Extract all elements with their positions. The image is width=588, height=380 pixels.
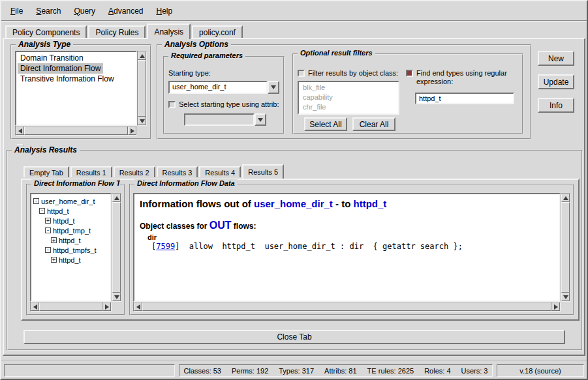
scrollbar-thumb[interactable] <box>39 302 102 311</box>
scrollbar-trough[interactable] <box>142 302 551 311</box>
analysis-type-panel: Analysis Type Domain Transition Direct I… <box>10 44 151 139</box>
tree-node[interactable]: +httpd_t <box>32 216 110 226</box>
scroll-left-button[interactable] <box>134 302 142 311</box>
new-button[interactable]: New <box>538 51 574 66</box>
select-all-button[interactable]: Select All <box>304 117 347 131</box>
scroll-right-button[interactable] <box>551 302 560 311</box>
tree-node-label[interactable]: httpd_tmpfs_t <box>53 246 97 254</box>
tree-node-label[interactable]: httpd_t <box>59 256 81 264</box>
regex-input[interactable] <box>415 93 514 104</box>
tree-node[interactable]: -httpd_tmpfs_t <box>32 245 110 255</box>
scroll-up-button[interactable] <box>138 51 146 60</box>
scroll-down-button[interactable] <box>561 293 570 301</box>
tree-node[interactable]: +httpd_t <box>32 255 110 265</box>
analysis-results-panel: Analysis Results Empty Tab Results 1 Res… <box>7 150 583 351</box>
tab-results-2[interactable]: Results 2 <box>114 166 155 177</box>
tree-expander-icon[interactable]: + <box>51 257 57 263</box>
scroll-down-button[interactable] <box>112 293 121 301</box>
list-item[interactable]: Domain Transition <box>18 53 86 63</box>
flow-data-text[interactable]: Information flows out of user_home_dir_t… <box>133 193 561 302</box>
attrib-combobox[interactable] <box>184 113 266 126</box>
info-button[interactable]: Info <box>538 98 574 113</box>
close-tab-button[interactable]: Close Tab <box>23 330 565 344</box>
list-item-selected[interactable]: Direct Information Flow <box>18 63 103 74</box>
vertical-scrollbar[interactable] <box>112 193 121 302</box>
tree-node[interactable]: -user_home_dir_t <box>32 196 110 206</box>
starting-type-combobox[interactable]: user_home_dir_t <box>168 81 279 94</box>
rule-number-link[interactable]: 7599 <box>156 242 175 251</box>
tab-results-1[interactable]: Results 1 <box>70 166 112 177</box>
scrollbar-corner <box>137 126 147 136</box>
scroll-left-button[interactable] <box>16 126 24 135</box>
scrollbar-thumb[interactable] <box>112 202 121 293</box>
list-item[interactable]: capability <box>300 93 335 102</box>
menu-search[interactable]: Search <box>29 4 67 18</box>
scroll-left-button[interactable] <box>31 302 39 311</box>
tree-node-label[interactable]: httpd_t <box>59 237 81 244</box>
tab-results-5[interactable]: Results 5 <box>242 164 284 179</box>
flow-heading: Information flows out of user_home_dir_t… <box>140 198 554 209</box>
tree-node-label[interactable]: httpd_t <box>47 207 69 215</box>
menu-query[interactable]: Query <box>67 4 102 18</box>
vertical-scrollbar[interactable] <box>137 51 147 126</box>
object-class-listbox[interactable]: blk_file capability chr_file <box>298 81 399 115</box>
scrollbar-trough[interactable] <box>138 60 146 117</box>
menu-advanced[interactable]: Advanced <box>102 4 149 18</box>
tab-analysis[interactable]: Analysis <box>147 23 191 39</box>
tree-node[interactable]: -httpd_tmp_t <box>32 226 110 235</box>
tab-policy-conf[interactable]: policy.conf <box>192 25 243 38</box>
attrib-checkbox-label: Select starting type using attrib: <box>179 100 279 109</box>
analysis-type-listbox[interactable]: Domain Transition Direct Information Flo… <box>15 51 137 126</box>
scroll-right-button[interactable] <box>102 302 111 311</box>
scrollbar-trough[interactable] <box>39 302 102 311</box>
horizontal-scrollbar[interactable] <box>133 302 561 312</box>
arrow-right-icon <box>131 128 134 134</box>
tree-expander-icon[interactable]: - <box>39 208 45 214</box>
horizontal-scrollbar[interactable] <box>30 302 112 312</box>
tree-node-label[interactable]: user_home_dir_t <box>41 197 95 205</box>
clear-all-button[interactable]: Clear All <box>352 117 395 131</box>
menu-help[interactable]: Help <box>149 4 179 18</box>
starting-type-dropdown-button[interactable] <box>268 81 279 94</box>
list-item[interactable]: Transitive Information Flow <box>18 74 117 84</box>
filter-by-class-checkbox[interactable]: Filter results by object class: <box>298 69 406 78</box>
scrollbar-thumb[interactable] <box>24 126 128 135</box>
stat-roles: Roles: 4 <box>424 367 450 375</box>
scroll-up-button[interactable] <box>112 194 121 202</box>
list-item[interactable]: blk_file <box>300 83 328 93</box>
tree-expander-icon[interactable]: + <box>45 218 51 224</box>
scroll-right-button[interactable] <box>128 126 136 135</box>
scrollbar-trough[interactable] <box>561 202 570 293</box>
horizontal-scrollbar[interactable] <box>15 126 137 136</box>
tree-node-label[interactable]: httpd_tmp_t <box>53 227 91 235</box>
tree-expander-icon[interactable]: - <box>45 227 51 233</box>
update-button[interactable]: Update <box>538 74 574 89</box>
menu-file[interactable]: File <box>4 4 29 18</box>
starting-type-value[interactable]: user_home_dir_t <box>168 81 268 94</box>
attrib-dropdown-button[interactable] <box>255 113 266 126</box>
scrollbar-trough[interactable] <box>24 126 128 135</box>
scroll-up-button[interactable] <box>561 194 570 202</box>
scrollbar-trough[interactable] <box>112 202 121 293</box>
flow-tree[interactable]: -user_home_dir_t -httpd_t +httpd_t -http… <box>30 193 112 302</box>
tree-expander-icon[interactable]: + <box>51 237 57 243</box>
tab-policy-rules[interactable]: Policy Rules <box>88 25 146 38</box>
scrollbar-thumb[interactable] <box>142 302 551 311</box>
tree-node-label[interactable]: httpd_t <box>53 217 75 225</box>
checkbox-unchecked-icon <box>298 70 305 77</box>
tab-results-3[interactable]: Results 3 <box>157 166 198 177</box>
vertical-scrollbar[interactable] <box>561 193 570 302</box>
tab-empty-tab[interactable]: Empty Tab <box>23 166 69 177</box>
tab-policy-components[interactable]: Policy Components <box>5 25 87 38</box>
tree-node[interactable]: +httpd_t <box>32 235 110 245</box>
attrib-checkbox[interactable]: Select starting type using attrib: <box>168 100 283 109</box>
tree-expander-icon[interactable]: - <box>33 198 39 204</box>
scroll-down-button[interactable] <box>138 117 146 125</box>
tree-expander-icon[interactable]: - <box>45 247 51 253</box>
list-item[interactable]: chr_file <box>300 102 328 112</box>
tab-results-4[interactable]: Results 4 <box>199 166 241 177</box>
regex-checkbox[interactable]: Find end types using regular expression: <box>406 69 518 86</box>
scrollbar-thumb[interactable] <box>561 202 570 293</box>
scrollbar-thumb[interactable] <box>138 60 146 117</box>
tree-node[interactable]: -httpd_t <box>32 206 110 216</box>
